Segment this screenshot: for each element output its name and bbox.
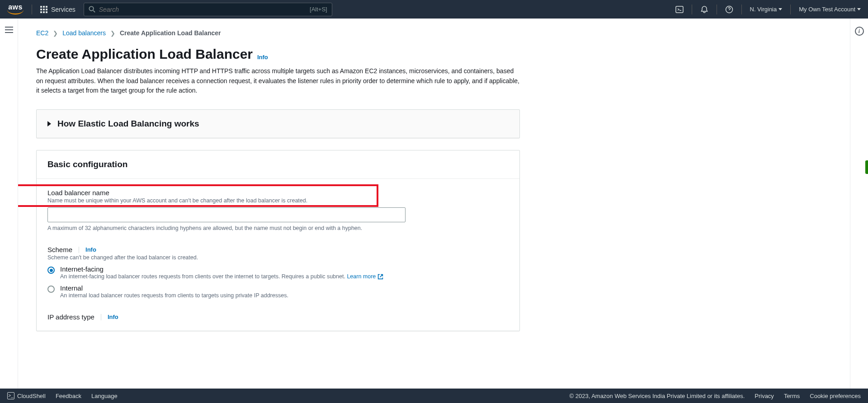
hamburger-icon bbox=[5, 27, 13, 33]
search-icon bbox=[89, 6, 95, 13]
cloudshell-label: CloudShell bbox=[17, 393, 46, 399]
how-elb-works-title: How Elastic Load Balancing works bbox=[57, 119, 199, 129]
privacy-link[interactable]: Privacy bbox=[755, 393, 774, 399]
scheme-option-internal[interactable]: Internal An internal load balancer route… bbox=[47, 284, 509, 299]
divider bbox=[790, 5, 791, 14]
ip-address-type-field: IP address type Info bbox=[47, 313, 509, 321]
feedback-tab[interactable] bbox=[865, 160, 868, 174]
divider bbox=[741, 5, 742, 14]
external-link-icon bbox=[377, 274, 383, 280]
radio-button[interactable] bbox=[47, 286, 55, 293]
breadcrumb: EC2 ❯ Load balancers ❯ Create Applicatio… bbox=[36, 29, 520, 37]
breadcrumb-current: Create Application Load Balancer bbox=[120, 29, 221, 37]
help-icon[interactable] bbox=[725, 5, 733, 14]
divider bbox=[79, 247, 79, 253]
footer-copyright: © 2023, Amazon Web Services India Privat… bbox=[570, 393, 745, 399]
right-panel-toggle[interactable]: i bbox=[850, 19, 868, 389]
divider bbox=[717, 5, 717, 14]
breadcrumb-ec2[interactable]: EC2 bbox=[36, 29, 48, 37]
radio-label: Internal bbox=[60, 284, 509, 292]
scheme-desc: Scheme can't be changed after the load b… bbox=[47, 254, 509, 261]
grid-icon bbox=[40, 6, 47, 13]
language-link[interactable]: Language bbox=[91, 393, 118, 399]
scheme-field: Scheme Info Scheme can't be changed afte… bbox=[47, 246, 509, 299]
search-box[interactable]: [Alt+S] bbox=[84, 3, 332, 16]
cloudshell-icon: >_ bbox=[7, 392, 14, 399]
region-selector[interactable]: N. Virginia bbox=[750, 6, 783, 13]
ip-type-info-link[interactable]: Info bbox=[108, 314, 118, 320]
caret-right-icon bbox=[47, 121, 51, 127]
radio-button[interactable] bbox=[47, 267, 55, 274]
footer-bar: >_ CloudShell Feedback Language © 2023, … bbox=[0, 389, 868, 403]
info-icon: i bbox=[855, 27, 864, 36]
services-menu-button[interactable]: Services bbox=[40, 6, 75, 13]
services-label: Services bbox=[51, 6, 75, 13]
feedback-link[interactable]: Feedback bbox=[56, 393, 81, 399]
scheme-label: Scheme bbox=[47, 246, 72, 253]
lb-name-hint: A maximum of 32 alphanumeric characters … bbox=[47, 225, 509, 231]
left-sidebar-toggle[interactable] bbox=[0, 19, 18, 389]
divider bbox=[692, 5, 692, 14]
radio-label: Internet-facing bbox=[60, 265, 509, 273]
ip-type-label: IP address type bbox=[47, 313, 94, 321]
chevron-right-icon: ❯ bbox=[53, 30, 58, 37]
search-input[interactable] bbox=[99, 6, 189, 13]
account-selector[interactable]: My Own Test Account bbox=[799, 6, 861, 13]
chevron-down-icon bbox=[778, 8, 782, 10]
basic-config-title: Basic configuration bbox=[47, 159, 127, 169]
cookie-preferences-link[interactable]: Cookie preferences bbox=[810, 393, 861, 399]
learn-more-link[interactable]: Learn more bbox=[347, 273, 383, 280]
basic-configuration-panel: Basic configuration Load balancer name N… bbox=[36, 150, 520, 331]
svg-point-0 bbox=[89, 6, 93, 10]
account-label: My Own Test Account bbox=[799, 6, 855, 13]
how-elb-works-toggle[interactable]: How Elastic Load Balancing works bbox=[37, 110, 519, 138]
lb-name-desc: Name must be unique within your AWS acco… bbox=[47, 197, 509, 204]
divider bbox=[32, 5, 32, 14]
aws-logo[interactable]: aws bbox=[7, 4, 24, 14]
chevron-down-icon bbox=[857, 8, 861, 10]
chevron-right-icon: ❯ bbox=[110, 30, 115, 37]
main-content-scroll[interactable]: EC2 ❯ Load balancers ❯ Create Applicatio… bbox=[18, 19, 850, 389]
terms-link[interactable]: Terms bbox=[784, 393, 800, 399]
lb-name-input[interactable] bbox=[47, 207, 406, 222]
scheme-info-link[interactable]: Info bbox=[85, 246, 96, 253]
breadcrumb-load-balancers[interactable]: Load balancers bbox=[62, 29, 106, 37]
page-title: Create Application Load Balancer bbox=[36, 47, 253, 61]
radio-desc: An internet-facing load balancer routes … bbox=[60, 273, 509, 280]
page-info-link[interactable]: Info bbox=[257, 54, 268, 61]
top-navigation: aws Services [Alt+S] N. Virginia My Own … bbox=[0, 0, 868, 19]
scheme-option-internet-facing[interactable]: Internet-facing An internet-facing load … bbox=[47, 265, 509, 280]
notifications-icon[interactable] bbox=[700, 5, 708, 14]
divider bbox=[101, 314, 101, 320]
cloudshell-button[interactable]: >_ CloudShell bbox=[7, 392, 46, 399]
search-shortcut: [Alt+S] bbox=[310, 6, 327, 13]
page-description: The Application Load Balancer distribute… bbox=[36, 66, 520, 96]
lb-name-label: Load balancer name bbox=[47, 189, 509, 197]
cloudshell-icon[interactable] bbox=[675, 5, 684, 14]
how-elb-works-panel: How Elastic Load Balancing works bbox=[36, 109, 520, 138]
load-balancer-name-field: Load balancer name Name must be unique w… bbox=[47, 189, 509, 231]
region-label: N. Virginia bbox=[750, 6, 777, 13]
svg-line-1 bbox=[93, 10, 95, 12]
radio-desc: An internal load balancer routes request… bbox=[60, 292, 509, 299]
